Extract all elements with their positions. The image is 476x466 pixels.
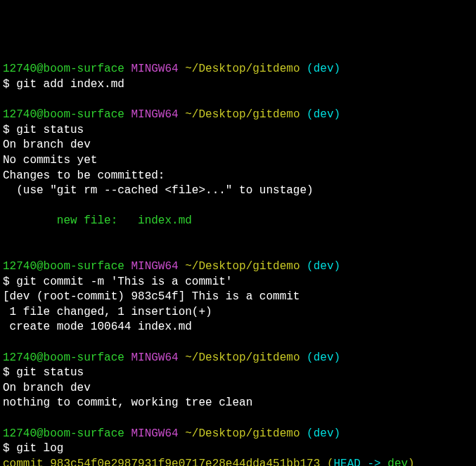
prompt-line: 12740@boom-surface MINGW64 ~/Desktop/git… bbox=[3, 351, 473, 366]
ref-head: HEAD -> bbox=[333, 458, 387, 466]
branch-name: (dev) bbox=[307, 63, 340, 75]
shell-name: MINGW64 bbox=[131, 63, 178, 75]
output-line: No commits yet bbox=[3, 153, 473, 169]
cwd-path: ~/Desktop/gitdemo bbox=[185, 260, 300, 273]
cwd-path: ~/Desktop/gitdemo bbox=[185, 351, 300, 364]
shell-name: MINGW64 bbox=[131, 427, 178, 440]
blank-line bbox=[3, 93, 473, 108]
commit-label: commit bbox=[3, 458, 50, 466]
commit-hash: 983c54f0e2987931f9e0717e28e44dda451bb173 bbox=[50, 458, 320, 466]
blank-line bbox=[3, 335, 473, 351]
output-line: On branch dev bbox=[3, 138, 473, 153]
prompt-line: 12740@boom-surface MINGW64 ~/Desktop/git… bbox=[3, 62, 473, 77]
output-line: On branch dev bbox=[3, 381, 473, 396]
branch-name: (dev) bbox=[307, 351, 340, 364]
commit-line: commit 983c54f0e2987931f9e0717e28e44dda4… bbox=[3, 457, 473, 466]
branch-name: (dev) bbox=[307, 427, 340, 440]
prompt-line: 12740@boom-surface MINGW64 ~/Desktop/git… bbox=[3, 427, 473, 442]
output-line: Changes to be committed: bbox=[3, 169, 473, 184]
user-host: 12740@boom-surface bbox=[3, 351, 124, 364]
blank-line bbox=[3, 199, 473, 214]
shell-name: MINGW64 bbox=[131, 108, 178, 121]
branch-name: (dev) bbox=[307, 108, 340, 121]
blank-line bbox=[3, 411, 473, 427]
user-host: 12740@boom-surface bbox=[3, 108, 124, 121]
ref-branch: dev bbox=[387, 458, 408, 466]
user-host: 12740@boom-surface bbox=[3, 63, 124, 75]
ref-close: ) bbox=[408, 458, 415, 466]
command-line: $ git log bbox=[3, 441, 473, 457]
command-line: $ git commit -m 'This is a commit' bbox=[3, 275, 473, 290]
output-line: 1 file changed, 1 insertion(+) bbox=[3, 305, 473, 321]
terminal[interactable]: 12740@boom-surface MINGW64 ~/Desktop/git… bbox=[3, 62, 473, 466]
shell-name: MINGW64 bbox=[131, 260, 178, 273]
ref-open: ( bbox=[320, 458, 333, 466]
prompt-line: 12740@boom-surface MINGW64 ~/Desktop/git… bbox=[3, 259, 473, 275]
command-line: $ git status bbox=[3, 123, 473, 138]
cwd-path: ~/Desktop/gitdemo bbox=[185, 427, 300, 440]
branch-name: (dev) bbox=[307, 260, 340, 273]
output-line: (use "git rm --cached <file>..." to unst… bbox=[3, 183, 473, 199]
staged-file-line: new file: index.md bbox=[3, 214, 473, 229]
cwd-path: ~/Desktop/gitdemo bbox=[185, 108, 300, 121]
user-host: 12740@boom-surface bbox=[3, 427, 124, 440]
command-line: $ git status bbox=[3, 365, 473, 381]
blank-line bbox=[3, 229, 473, 245]
prompt-line: 12740@boom-surface MINGW64 ~/Desktop/git… bbox=[3, 108, 473, 123]
command-line: $ git add index.md bbox=[3, 77, 473, 93]
output-line: [dev (root-commit) 983c54f] This is a co… bbox=[3, 290, 473, 305]
output-line: create mode 100644 index.md bbox=[3, 320, 473, 335]
user-host: 12740@boom-surface bbox=[3, 260, 124, 273]
shell-name: MINGW64 bbox=[131, 351, 178, 364]
blank-line bbox=[3, 245, 473, 260]
output-line: nothing to commit, working tree clean bbox=[3, 396, 473, 411]
cwd-path: ~/Desktop/gitdemo bbox=[185, 63, 300, 75]
